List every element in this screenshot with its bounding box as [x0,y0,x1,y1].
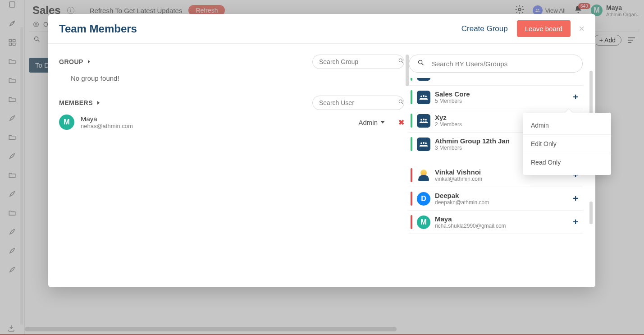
search-group-input[interactable] [319,58,398,65]
right-pane-scrollbar[interactable] [589,71,593,116]
list-item-subtitle: 2 Members [435,121,462,128]
left-pane-scrollbar[interactable] [406,55,409,86]
svg-point-25 [423,118,425,120]
status-bar [411,114,412,128]
list-item-title: Vinkal Vishnoi [435,168,482,176]
group-icon [417,91,430,104]
list-item-title: Deepak [435,192,489,199]
right-pane-scrollbar[interactable] [589,202,593,224]
svg-point-16 [399,100,402,103]
chevron-down-icon [380,121,385,124]
status-bar [411,168,412,182]
svg-point-27 [420,142,422,144]
list-item[interactable]: MMayaricha.shukla2990@gmail.com+ [409,211,583,234]
list-item[interactable]: Sales Core5 Members+ [409,86,583,109]
search-users-groups-wrap[interactable] [409,55,583,73]
list-item-subtitle: 5 Members [435,98,470,104]
add-item-button[interactable]: + [573,78,583,79]
role-option-admin[interactable]: Admin [523,116,611,134]
search-icon [398,99,404,107]
add-item-button[interactable]: + [573,193,583,204]
group-icon [417,138,430,151]
modal-left-pane: GROUP No group found! MEMBERS [48,44,409,287]
list-item[interactable] [409,234,583,243]
no-group-message: No group found! [71,74,404,82]
list-item-title: Athmin Group 12th Jan [435,137,510,145]
svg-point-28 [423,142,425,143]
role-option-read[interactable]: Read Only [523,153,611,171]
group-icon [417,114,430,128]
member-role-dropdown[interactable]: Admin [358,119,385,126]
avatar [417,169,430,182]
remove-member-button[interactable]: ✖ [398,118,404,127]
list-item-subtitle: 3 Members [435,145,510,151]
add-item-button[interactable]: + [573,217,583,227]
group-icon [417,78,430,81]
avatar: D [417,192,430,206]
avatar: M [417,216,430,229]
leave-board-button[interactable]: Leave board [517,20,571,37]
status-bar [411,90,412,104]
close-icon[interactable]: × [579,23,585,35]
status-bar [411,137,412,151]
status-bar [411,192,412,206]
search-group-input-wrap[interactable] [312,55,404,69]
svg-point-22 [423,95,425,96]
modal-title: Team Members [59,23,137,35]
svg-point-15 [399,59,402,62]
search-user-input-wrap[interactable] [312,96,404,110]
member-email: nehas@athmin.com [81,123,133,129]
search-user-input[interactable] [319,99,398,106]
list-item[interactable]: 3 Members+ [409,78,583,86]
svg-point-26 [425,119,427,120]
create-group-link[interactable]: Create Group [461,24,508,33]
members-section-title: MEMBERS [59,99,93,106]
member-name: Maya [81,115,133,123]
list-item-title: Xyz [435,114,462,121]
svg-point-23 [425,95,427,97]
list-item-subtitle: richa.shukla2990@gmail.com [435,223,506,229]
svg-point-29 [425,142,427,144]
role-option-edit[interactable]: Edit Only [523,134,611,153]
member-role-label: Admin [358,119,378,126]
list-item-title: Sales Core [435,90,470,98]
list-item-title: Maya [435,215,506,223]
chevron-right-icon[interactable] [88,60,90,64]
search-icon [398,58,404,66]
svg-point-21 [420,95,422,97]
team-members-modal: Team Members Create Group Leave board × … [48,14,595,287]
group-section-title: GROUP [59,58,83,65]
list-item-subtitle: deepakn@athmin.com [435,199,489,206]
status-bar [411,215,412,229]
role-popover: Admin Edit Only Read Only [523,113,611,175]
avatar: M [59,115,74,130]
search-users-groups-input[interactable] [432,60,574,68]
list-item[interactable]: DDeepakdeepakn@athmin.com+ [409,187,583,211]
svg-point-17 [419,60,422,64]
svg-point-24 [420,119,422,120]
modal-header: Team Members Create Group Leave board × [48,14,595,44]
add-item-button[interactable]: + [573,92,583,102]
chevron-right-icon[interactable] [97,101,100,105]
list-item-subtitle: vinkal@athmin.com [435,176,482,182]
search-icon [417,59,425,68]
member-row: M Maya nehas@athmin.com Admin ✖ [59,115,404,130]
status-bar [411,78,412,81]
